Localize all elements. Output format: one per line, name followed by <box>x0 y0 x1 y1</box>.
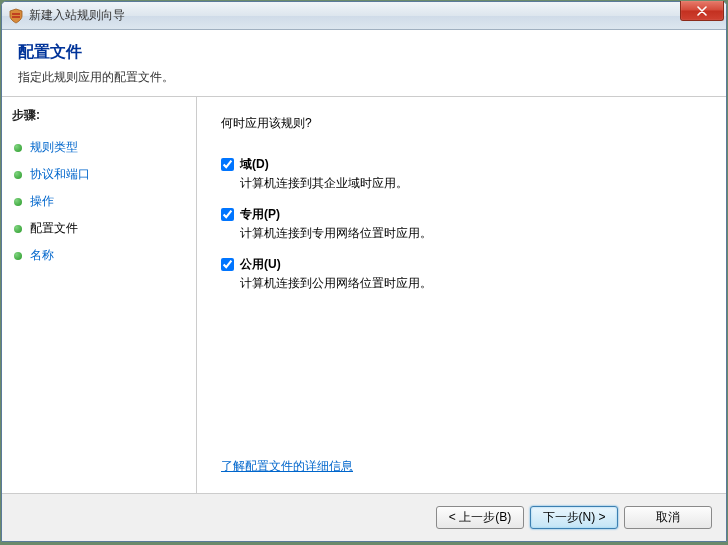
wizard-body: 步骤: 规则类型 协议和端口 操作 配置文件 名称 何 <box>2 97 726 493</box>
close-icon <box>697 6 707 16</box>
step-bullet-icon <box>14 198 22 206</box>
step-label: 协议和端口 <box>30 166 90 183</box>
step-label: 规则类型 <box>30 139 78 156</box>
step-bullet-icon <box>14 252 22 260</box>
checkbox-private[interactable] <box>221 208 234 221</box>
wizard-footer: < 上一步(B) 下一步(N) > 取消 <box>2 493 726 541</box>
checkbox-description: 计算机连接到其企业域时应用。 <box>240 175 702 192</box>
page-subtitle: 指定此规则应用的配置文件。 <box>18 69 710 86</box>
close-button[interactable] <box>680 1 724 21</box>
checkbox-label: 公用(U) <box>240 256 281 273</box>
option-domain: 域(D) 计算机连接到其企业域时应用。 <box>221 156 702 192</box>
step-protocol-ports[interactable]: 协议和端口 <box>12 161 186 188</box>
step-profile: 配置文件 <box>12 215 186 242</box>
back-button[interactable]: < 上一步(B) <box>436 506 524 529</box>
next-button[interactable]: 下一步(N) > <box>530 506 618 529</box>
svg-rect-1 <box>12 16 20 18</box>
titlebar: 新建入站规则向导 <box>2 2 726 30</box>
checkbox-public[interactable] <box>221 258 234 271</box>
step-bullet-icon <box>14 144 22 152</box>
steps-panel: 步骤: 规则类型 协议和端口 操作 配置文件 名称 <box>2 97 197 493</box>
step-label: 名称 <box>30 247 54 264</box>
option-public: 公用(U) 计算机连接到公用网络位置时应用。 <box>221 256 702 292</box>
step-rule-type[interactable]: 规则类型 <box>12 134 186 161</box>
checkbox-label: 专用(P) <box>240 206 280 223</box>
step-action[interactable]: 操作 <box>12 188 186 215</box>
page-title: 配置文件 <box>18 42 710 63</box>
checkbox-domain[interactable] <box>221 158 234 171</box>
cancel-button[interactable]: 取消 <box>624 506 712 529</box>
step-bullet-icon <box>14 171 22 179</box>
svg-rect-0 <box>12 13 20 15</box>
firewall-icon <box>8 8 24 24</box>
checkbox-description: 计算机连接到专用网络位置时应用。 <box>240 225 702 242</box>
steps-heading: 步骤: <box>12 107 186 124</box>
checkbox-description: 计算机连接到公用网络位置时应用。 <box>240 275 702 292</box>
content-question: 何时应用该规则? <box>221 115 702 132</box>
wizard-header: 配置文件 指定此规则应用的配置文件。 <box>2 30 726 97</box>
window-title: 新建入站规则向导 <box>29 7 125 24</box>
step-label: 配置文件 <box>30 220 78 237</box>
step-bullet-icon <box>14 225 22 233</box>
content-panel: 何时应用该规则? 域(D) 计算机连接到其企业域时应用。 专用(P) 计算机连接… <box>197 97 726 493</box>
learn-more-link-container: 了解配置文件的详细信息 <box>221 458 353 475</box>
learn-more-link[interactable]: 了解配置文件的详细信息 <box>221 459 353 473</box>
checkbox-label: 域(D) <box>240 156 269 173</box>
option-private: 专用(P) 计算机连接到专用网络位置时应用。 <box>221 206 702 242</box>
wizard-window: 新建入站规则向导 配置文件 指定此规则应用的配置文件。 步骤: 规则类型 协议和… <box>1 1 727 542</box>
step-label: 操作 <box>30 193 54 210</box>
step-name[interactable]: 名称 <box>12 242 186 269</box>
